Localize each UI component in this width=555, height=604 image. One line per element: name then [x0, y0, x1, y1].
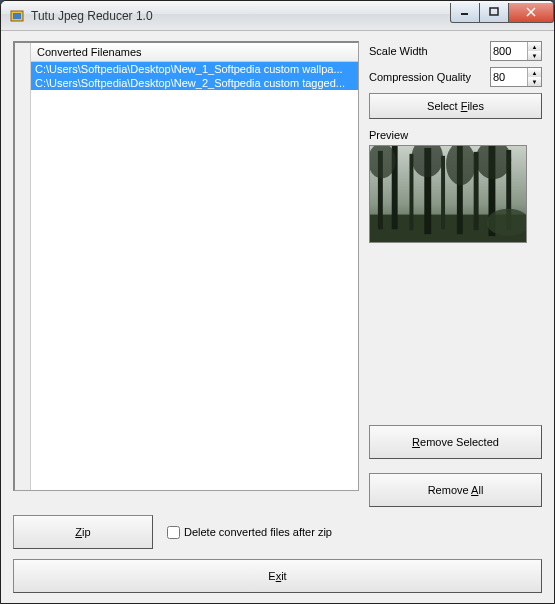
remove-all-button[interactable]: Remove All [369, 473, 542, 507]
compression-down-icon[interactable]: ▼ [528, 77, 541, 86]
maximize-button[interactable] [479, 3, 509, 23]
delete-after-zip-checkbox[interactable]: Delete converted files after zip [167, 526, 332, 539]
app-icon [9, 8, 25, 24]
svg-rect-12 [441, 156, 445, 229]
compression-label: Compression Quality [369, 71, 486, 83]
delete-after-zip-input[interactable] [167, 526, 180, 539]
list-item[interactable]: C:\Users\Softpedia\Desktop\New_2_Softped… [31, 76, 358, 90]
titlebar: Tutu Jpeg Reducer 1.0 [1, 1, 554, 31]
scale-width-input[interactable] [491, 42, 527, 60]
exit-button[interactable]: Exit [13, 559, 542, 593]
scale-width-up-icon[interactable]: ▲ [528, 42, 541, 51]
scale-width-down-icon[interactable]: ▼ [528, 51, 541, 60]
scale-width-spinner[interactable]: ▲ ▼ [490, 41, 542, 61]
client-area: Converted Filenames C:\Users\Softpedia\D… [1, 31, 554, 603]
preview-image [369, 145, 527, 243]
zip-button[interactable]: Zip [13, 515, 153, 549]
svg-rect-3 [490, 8, 498, 15]
compression-up-icon[interactable]: ▲ [528, 68, 541, 77]
delete-after-zip-label: Delete converted files after zip [184, 526, 332, 538]
compression-input[interactable] [491, 68, 527, 86]
preview-label: Preview [369, 129, 542, 141]
select-files-button[interactable]: Select Files [369, 93, 542, 119]
window-controls [451, 3, 554, 23]
converted-files-list[interactable]: Converted Filenames C:\Users\Softpedia\D… [13, 41, 359, 491]
scale-width-label: Scale Width [369, 45, 486, 57]
list-header[interactable]: Converted Filenames [31, 43, 358, 62]
remove-selected-button[interactable]: Remove Selected [369, 425, 542, 459]
list-scrollbar[interactable] [15, 43, 31, 490]
svg-rect-1 [13, 13, 21, 19]
app-window: Tutu Jpeg Reducer 1.0 Converted Filename… [0, 0, 555, 604]
close-button[interactable] [508, 3, 554, 23]
minimize-button[interactable] [450, 3, 480, 23]
compression-spinner[interactable]: ▲ ▼ [490, 67, 542, 87]
list-item[interactable]: C:\Users\Softpedia\Desktop\New_1_Softped… [31, 62, 358, 76]
window-title: Tutu Jpeg Reducer 1.0 [31, 9, 451, 23]
